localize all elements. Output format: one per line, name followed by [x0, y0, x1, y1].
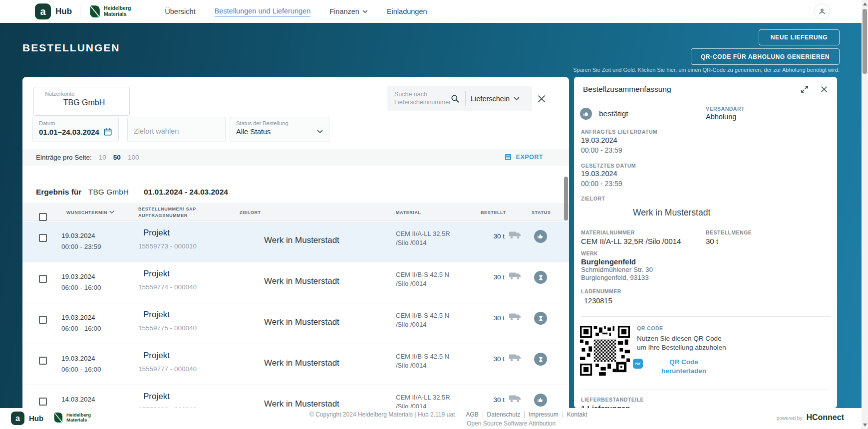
row-material: CEM II/A-LL 32,5R /Silo /0014	[396, 229, 463, 247]
order-status-select[interactable]: Status der Bestellung Alle Status	[230, 117, 329, 142]
quantity-label: BESTELLMENGE	[706, 229, 752, 235]
select-all-checkbox[interactable]	[39, 213, 47, 221]
destination-value[interactable]: Werk in Musterstadt	[633, 208, 710, 218]
results-account: TBG GmbH	[88, 188, 129, 197]
destination-label: ZIELORT	[581, 196, 605, 202]
qr-hint-text: Sparen Sie Zeit und Geld. Klicken Sie hi…	[529, 67, 840, 73]
row-checkbox[interactable]	[39, 398, 47, 406]
page-size-10[interactable]: 10	[99, 154, 106, 161]
page-size-100[interactable]: 100	[128, 154, 139, 161]
brand-line2: Materials	[104, 11, 131, 17]
row-material: CEM II/B-S 42,5 N /Silo /0014	[396, 352, 463, 370]
account-select[interactable]: Nutzerkonto TBG GmbH	[33, 87, 130, 116]
footer-link-datenschutz[interactable]: Datenschutz	[483, 411, 525, 418]
scrollbar-up-arrow[interactable]	[863, 2, 867, 5]
hub-logo-icon[interactable]: a	[35, 3, 51, 19]
card-scrollbar-thumb[interactable]	[564, 177, 568, 220]
search-divider	[465, 91, 466, 106]
row-date: 19.03.2024	[61, 232, 95, 239]
footer-link-agb[interactable]: AGB	[462, 411, 483, 418]
search-group: Suche nach Lieferscheinnummer Liefersche…	[387, 86, 532, 111]
column-bestellt: BESTELLT	[481, 204, 506, 220]
plant-label: WERK	[581, 250, 598, 256]
qr-download-link[interactable]: PDF QR Code herunterladen	[633, 358, 714, 376]
table-row[interactable]: 14.03.2024 00:00 - 23:59 Projekt 1555969…	[22, 385, 569, 408]
heidelberg-materials-wordmark: Heidelberg Materials	[66, 413, 91, 423]
panel-divider	[581, 316, 831, 317]
results-range: 01.01.2024 - 24.03.2024	[144, 188, 228, 197]
plant-name: Burglengenfeld	[581, 257, 636, 266]
user-icon	[818, 7, 826, 15]
search-icon[interactable]	[450, 94, 460, 104]
footer: a Hub Heidelberg Materials © Copyright 2…	[0, 408, 868, 429]
nav-item-uebersicht[interactable]: Übersicht	[165, 7, 195, 15]
nav-item-bestellungen-und-lieferungen[interactable]: Bestellungen und Lieferungen	[215, 7, 311, 16]
date-value: 01.01–24.03.2024	[39, 128, 99, 136]
search-type-dropdown[interactable]: Lieferschein	[471, 95, 520, 103]
user-account-button[interactable]	[814, 3, 830, 19]
top-navigation: a Hub Heidelberg Materials Übersicht Bes…	[0, 0, 868, 23]
table-row[interactable]: 19.03.2024 06:00 - 16:00 Projekt 1555977…	[22, 344, 569, 385]
row-checkbox[interactable]	[39, 316, 47, 324]
row-date: 19.03.2024	[61, 314, 95, 321]
scrollbar-thumb[interactable]	[863, 9, 867, 74]
load-number-label: LADENUMMER	[581, 288, 621, 294]
page: a Hub Heidelberg Materials Übersicht Bes…	[0, 0, 868, 429]
row-checkbox[interactable]	[39, 234, 47, 242]
requested-date-label: ANFRAGTES LIEFERDATUM	[581, 129, 657, 135]
footer-link-kontakt[interactable]: Kontakt	[563, 411, 591, 418]
table-row[interactable]: 19.03.2024 06:00 - 16:00 Projekt 1555977…	[22, 303, 569, 344]
page-scrollbar[interactable]	[862, 0, 868, 429]
hub-logo-icon: a	[11, 412, 24, 425]
close-panel-button[interactable]	[820, 85, 828, 93]
footer-link-impressum[interactable]: Impressum	[525, 411, 563, 418]
sort-chevron-icon	[109, 211, 114, 214]
footer-attribution-link[interactable]: Open Source Software Attribution	[467, 420, 556, 427]
heidelberg-materials-logo-icon	[87, 5, 100, 18]
column-bestellnummer: BESTELLNUMMER/ SAP AUFTRAGSNUMMER	[138, 204, 197, 220]
export-button[interactable]: EXPORT	[504, 153, 543, 161]
row-order-name: Projekt	[143, 310, 170, 320]
column-status: STATUS	[532, 204, 551, 220]
nav-links: Übersicht Bestellungen und Lieferungen F…	[165, 7, 427, 16]
date-range-picker[interactable]: Datum 01.01–24.03.2024	[32, 117, 119, 142]
heidelberg-materials-logo-icon	[52, 412, 63, 423]
nav-item-einladungen[interactable]: Einladungen	[387, 7, 427, 15]
card-scrollbar[interactable]	[564, 125, 568, 404]
column-zielort: ZIELORT	[240, 204, 261, 220]
page-size-band: Einträge pro Seite: 10 50 100 EXPORT	[22, 149, 569, 166]
row-time: 00:00 - 23:59	[61, 243, 101, 250]
hub-logo-glyph: a	[40, 6, 45, 17]
table-row[interactable]: 19.03.2024 00:00 - 23:59 Projekt 1555977…	[22, 221, 569, 262]
table-row[interactable]: 19.03.2024 06:00 - 16:00 Projekt 1555977…	[22, 262, 569, 303]
column-wunschtermin[interactable]: WUNSCHTERMIN	[66, 204, 114, 220]
row-order-name: Projekt	[143, 269, 170, 279]
scrollbar-down-arrow[interactable]	[863, 424, 867, 427]
row-checkbox[interactable]	[39, 357, 47, 365]
results-prefix: Ergebnis für	[36, 188, 81, 197]
search-input[interactable]: Suche nach Lieferscheinnummer	[394, 91, 446, 106]
clear-search-icon[interactable]	[536, 93, 547, 104]
page-size-50[interactable]: 50	[113, 154, 121, 161]
page-title: BESTELLUNGEN	[22, 42, 120, 54]
copyright-text: © Copyright 2024 Heidelberg Materials | …	[309, 411, 455, 418]
page-size-label: Einträge pro Seite:	[36, 154, 92, 161]
chevron-down-icon	[317, 130, 323, 134]
expand-button[interactable]	[800, 85, 809, 94]
row-order-number: 15559773 - 000010	[138, 242, 197, 250]
pdf-icon: PDF	[633, 359, 643, 369]
chevron-down-icon	[362, 10, 368, 13]
set-time-value: 00:00 - 23:59	[581, 180, 622, 188]
shipping-label: VERSANDART	[706, 106, 745, 112]
row-destination: Werk in Musterstadt	[264, 399, 339, 408]
generate-qr-code-button[interactable]: QR-CODE FÜR ABHOLUNG GENERIEREN	[691, 48, 840, 65]
new-delivery-button[interactable]: NEUE LIEFERUNG	[759, 29, 840, 45]
row-checkbox[interactable]	[39, 275, 47, 283]
hourglass-icon	[538, 315, 544, 322]
panel-title: Bestellzusammenfassung	[583, 85, 789, 94]
footer-hub-brand: a Hub	[11, 412, 43, 425]
destination-select[interactable]: Zielort wählen	[127, 117, 226, 142]
powered-by-text: powered by	[777, 416, 803, 421]
nav-item-finanzen[interactable]: Finanzen	[329, 7, 368, 15]
row-time: 06:00 - 16:00	[61, 325, 101, 332]
